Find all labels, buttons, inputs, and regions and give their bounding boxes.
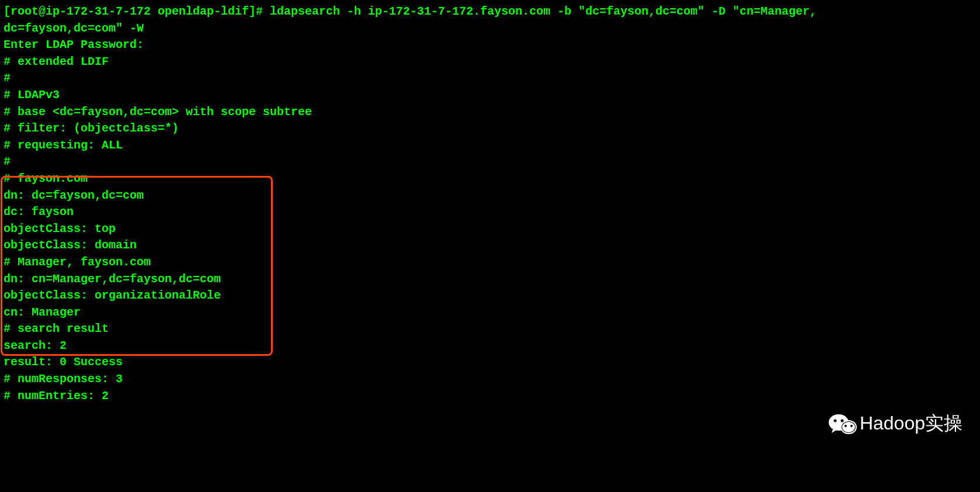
watermark-text: Hadoop实操 [860,411,962,436]
watermark: Hadoop实操 [828,411,962,436]
command-line-2: dc=fayson,dc=com" -W [4,20,976,37]
entry-line: objectClass: organizationalRole [4,287,976,304]
output-line: # requesting: ALL [4,137,976,154]
password-prompt: Enter LDAP Password: [4,37,976,54]
entry-line: objectClass: top [4,221,976,238]
output-line: # search result [4,321,976,338]
output-line: # numEntries: 2 [4,388,976,405]
entry-line: # Manager, fayson.com [4,254,976,271]
entry-line: cn: Manager [4,304,976,321]
output-line: result: 0 Success [4,354,976,371]
svg-point-7 [850,425,853,427]
entry-line: objectClass: domain [4,237,976,254]
entry-line: # fayson.com [4,171,976,188]
svg-point-6 [845,425,847,427]
output-line: # extended LDIF [4,54,976,71]
entry-line: dc: fayson [4,204,976,221]
svg-point-5 [840,420,843,422]
entry-line: dn: cn=Manager,dc=fayson,dc=com [4,271,976,288]
output-line: # filter: (objectclass=*) [4,120,976,137]
output-line: # LDAPv3 [4,87,976,104]
output-line: # base <dc=fayson,dc=com> with scope sub… [4,104,976,121]
terminal-output: [root@ip-172-31-7-172 openldap-ldif]# ld… [4,4,976,404]
entry-line: dn: dc=fayson,dc=com [4,188,976,205]
svg-point-4 [833,420,836,422]
wechat-icon [828,412,857,435]
output-line: # [4,154,976,171]
command-line-1: [root@ip-172-31-7-172 openldap-ldif]# ld… [4,4,976,20]
svg-point-3 [842,422,855,432]
output-line: # numResponses: 3 [4,371,976,388]
output-line: search: 2 [4,338,976,355]
output-line: # [4,70,976,87]
